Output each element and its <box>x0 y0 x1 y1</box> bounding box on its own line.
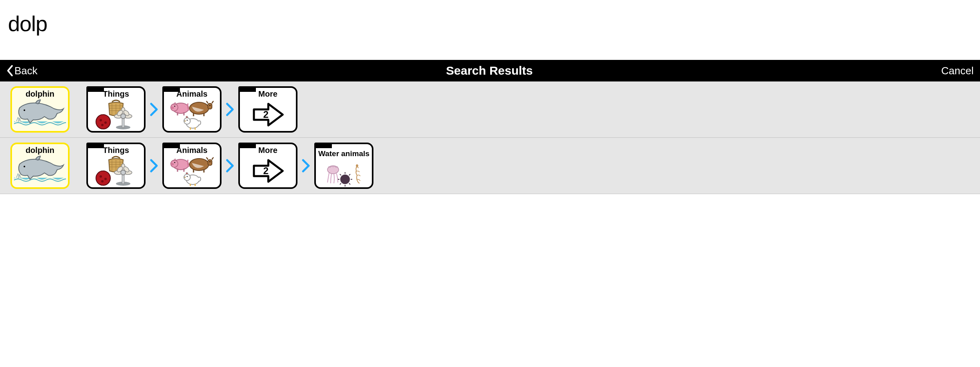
svg-rect-7 <box>122 119 124 127</box>
animals-icon <box>164 98 220 131</box>
card-label: Animals <box>176 89 208 98</box>
water-animals-icon <box>316 162 372 187</box>
svg-rect-22 <box>208 103 212 109</box>
chevron-right-icon <box>150 102 158 117</box>
svg-point-34 <box>100 175 102 178</box>
svg-point-21 <box>190 102 209 114</box>
svg-point-45 <box>121 170 126 175</box>
path-card-things[interactable]: Things <box>86 86 146 133</box>
svg-line-70 <box>340 183 341 184</box>
more-number: 2 <box>263 109 268 120</box>
svg-point-63 <box>340 175 350 184</box>
search-input[interactable]: dolp <box>8 11 972 36</box>
svg-point-32 <box>24 166 25 167</box>
path-separator <box>146 159 162 173</box>
header-bar: Back Search Results Cancel <box>0 60 980 81</box>
path-separator <box>146 102 162 117</box>
svg-point-14 <box>121 114 126 119</box>
svg-point-33 <box>96 171 110 185</box>
search-area: dolp <box>0 0 980 60</box>
path-card-more[interactable]: More 2 <box>238 86 297 133</box>
card-label: Things <box>103 89 129 98</box>
svg-rect-38 <box>122 175 124 184</box>
svg-point-4 <box>104 121 107 124</box>
card-label: dolphin <box>26 146 54 155</box>
svg-point-17 <box>171 107 174 109</box>
svg-point-49 <box>174 162 176 163</box>
result-card-dolphin[interactable]: dolphin <box>10 86 70 133</box>
path-card-water-animals[interactable]: Water animals <box>314 143 373 189</box>
dolphin-icon <box>12 155 68 187</box>
svg-point-54 <box>210 161 211 163</box>
back-label: Back <box>14 65 38 77</box>
path-card-things[interactable]: Things <box>86 143 146 189</box>
svg-point-35 <box>104 178 107 180</box>
path-separator <box>222 159 238 173</box>
svg-line-68 <box>340 174 341 175</box>
chevron-right-icon <box>226 159 234 173</box>
path-card-animals[interactable]: Animals <box>162 86 222 133</box>
path-separator <box>297 159 314 173</box>
more-arrow-icon: 2 <box>240 98 296 131</box>
svg-point-5 <box>101 124 104 126</box>
svg-point-3 <box>100 119 102 121</box>
svg-point-36 <box>101 180 104 183</box>
card-label: More <box>258 146 277 155</box>
chevron-right-icon <box>301 159 310 173</box>
card-label: More <box>258 89 277 98</box>
card-label: dolphin <box>26 89 54 98</box>
cancel-button[interactable]: Cancel <box>941 65 974 77</box>
svg-point-1 <box>24 109 25 111</box>
result-row[interactable]: dolphin Things <box>0 138 980 194</box>
more-arrow-icon: 2 <box>240 155 296 187</box>
chevron-right-icon <box>150 159 158 173</box>
things-icon <box>88 98 144 131</box>
svg-point-18 <box>174 106 176 107</box>
results-list: dolphin Things <box>0 81 980 194</box>
path-card-more[interactable]: More 2 <box>238 143 297 189</box>
more-number: 2 <box>263 165 268 176</box>
card-label: Animals <box>176 146 208 155</box>
dolphin-icon <box>12 98 68 131</box>
svg-point-48 <box>171 163 174 165</box>
svg-rect-53 <box>208 160 212 165</box>
svg-point-23 <box>210 105 211 106</box>
svg-point-52 <box>190 159 209 171</box>
path-card-animals[interactable]: Animals <box>162 143 222 189</box>
result-row[interactable]: dolphin Things <box>0 81 980 138</box>
chevron-right-icon <box>226 102 234 117</box>
svg-point-28 <box>187 120 188 121</box>
result-card-dolphin[interactable]: dolphin <box>10 143 70 189</box>
things-icon <box>88 155 144 187</box>
path-separator <box>222 102 238 117</box>
svg-line-71 <box>349 183 350 184</box>
card-label: Things <box>103 146 129 155</box>
svg-point-2 <box>96 115 110 129</box>
card-label: Water animals <box>318 146 369 162</box>
page-title: Search Results <box>446 64 533 77</box>
animals-icon <box>164 155 220 187</box>
chevron-left-icon <box>6 65 14 76</box>
svg-point-59 <box>187 176 188 177</box>
back-button[interactable]: Back <box>6 65 38 77</box>
svg-line-69 <box>349 174 350 175</box>
